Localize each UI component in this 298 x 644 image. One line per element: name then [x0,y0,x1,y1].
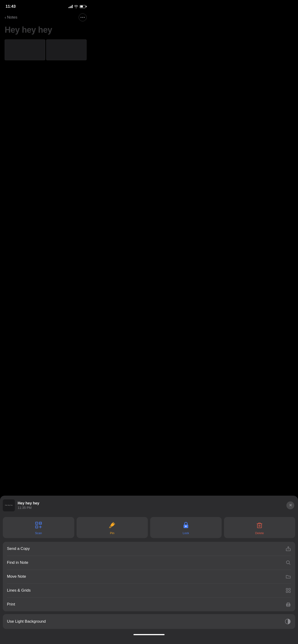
status-icons [69,5,86,8]
signal-icon [69,5,73,8]
back-chevron-icon: ‹ [5,15,6,20]
battery-icon [80,5,86,8]
back-button[interactable]: ‹ Notes [5,15,18,20]
wifi-icon [74,5,78,8]
note-title: Hey hey hey [0,24,91,40]
status-time: 11:43 [6,4,16,9]
back-label: Notes [7,15,17,20]
note-image-2 [46,40,87,60]
more-dots-icon [81,17,85,18]
note-content-grid [0,40,91,60]
nav-bar: ‹ Notes [0,12,91,24]
note-image-1 [5,40,45,60]
status-bar: 11:43 [0,0,91,12]
more-button[interactable] [79,14,87,21]
